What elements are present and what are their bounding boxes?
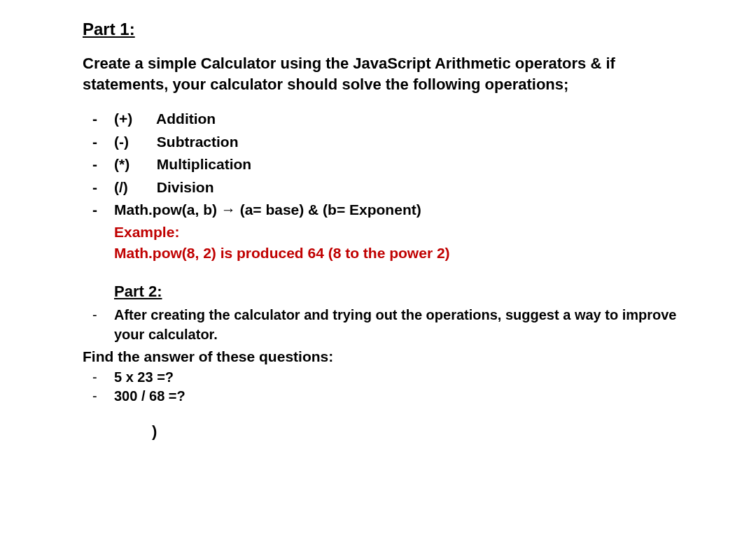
- operator-symbol: (+): [114, 108, 153, 129]
- bullet-dash-icon: -: [83, 305, 114, 325]
- operator-name: Division: [157, 179, 214, 195]
- part2-section: Part 2: - After creating the calculator …: [114, 283, 686, 441]
- bullet-dash-icon: -: [83, 199, 114, 220]
- operation-item: - (+) Addition: [83, 108, 686, 129]
- example-label: Example:: [114, 222, 686, 242]
- operator-symbol: (/): [114, 177, 153, 197]
- mathpow-item: - Math.pow(a, b) → (a= base) & (b= Expon…: [83, 199, 686, 220]
- bullet-dash-icon: -: [83, 132, 114, 152]
- bullet-dash-icon: -: [83, 368, 114, 387]
- operation-item: - (*) Multiplication: [83, 154, 686, 174]
- part2-suggestion: After creating the calculator and trying…: [114, 305, 686, 344]
- operation-item: - (-) Subtraction: [83, 132, 686, 152]
- operations-list: - (+) Addition - (-) Subtraction - (*) M…: [83, 108, 686, 220]
- operator-name: Subtraction: [157, 134, 239, 150]
- operator-name: Multiplication: [157, 156, 251, 172]
- operator-name: Addition: [156, 111, 216, 127]
- bullet-dash-icon: -: [83, 108, 114, 129]
- part1-heading: Part 1:: [83, 20, 686, 39]
- example-text: Math.pow(8, 2) is produced 64 (8 to the …: [114, 243, 686, 263]
- bullet-dash-icon: -: [83, 177, 114, 197]
- question-item: - 300 / 68 =?: [83, 387, 686, 406]
- question-item: - 5 x 23 =?: [83, 368, 686, 387]
- part2-suggestion-item: - After creating the calculator and tryi…: [83, 305, 686, 344]
- find-answer-heading: Find the answer of these questions:: [83, 348, 686, 365]
- part2-heading: Part 2:: [114, 283, 686, 301]
- part1-intro: Create a simple Calculator using the Jav…: [83, 53, 686, 94]
- operation-item: - (/) Division: [83, 177, 686, 197]
- operator-symbol: (-): [114, 132, 153, 152]
- example-block: Example: Math.pow(8, 2) is produced 64 (…: [114, 222, 686, 263]
- mathpow-text: Math.pow(a, b) → (a= base) & (b= Exponen…: [114, 199, 686, 220]
- trailing-paren: ): [152, 422, 686, 441]
- operator-symbol: (*): [114, 154, 153, 174]
- bullet-dash-icon: -: [83, 387, 114, 406]
- question-text: 300 / 68 =?: [114, 387, 186, 406]
- bullet-dash-icon: -: [83, 154, 114, 174]
- question-text: 5 x 23 =?: [114, 368, 174, 387]
